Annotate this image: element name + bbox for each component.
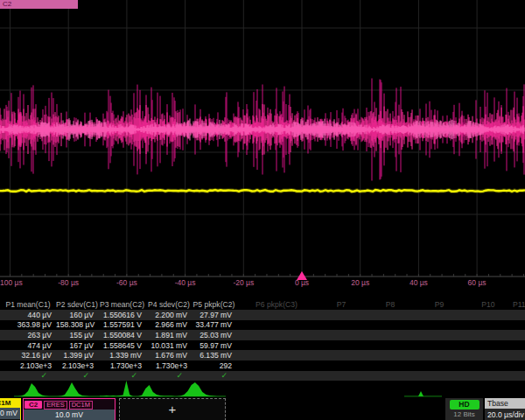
measure-value: 1.891 mV — [146, 331, 192, 340]
histicon[interactable] — [18, 383, 49, 396]
measure-value: 59.97 mV — [192, 341, 236, 350]
measure-column-header[interactable]: P7 — [317, 300, 366, 309]
measure-value: 1.730e+3 — [98, 361, 146, 370]
histicon[interactable] — [138, 385, 175, 396]
measure-column-header[interactable]: P10 — [464, 300, 513, 309]
timebase-descriptor[interactable]: Tbase 20.0 µs/div — [485, 398, 525, 420]
hd-mode-indicator[interactable]: HD 12 Bits — [445, 398, 483, 420]
histicon[interactable] — [418, 391, 424, 396]
x-tick-label: 40 µs — [410, 278, 428, 287]
timebase-scale: 20.0 µs/div — [485, 409, 525, 420]
measure-value: 263 µV — [0, 331, 56, 340]
measure-value: 160 µV — [56, 311, 98, 319]
x-tick-label: 0 µs — [295, 278, 309, 287]
measure-value: 27.97 mV — [192, 311, 236, 319]
x-tick-label: -100 µs — [0, 278, 23, 287]
measure-column-header[interactable]: P4 sdev(C2) — [146, 300, 192, 309]
c1-coupling-badge: DC1M — [0, 399, 20, 408]
plus-icon: + — [169, 402, 177, 416]
measure-column-header[interactable]: P9 — [415, 300, 464, 309]
hd-bits-label: 12 Bits — [445, 410, 483, 418]
measure-value: 474 µV — [0, 341, 56, 350]
measure-value: 10.031 mV — [146, 341, 192, 350]
add-trace-button[interactable]: + — [119, 398, 226, 420]
measure-column-header[interactable]: P2 sdev(C1) — [56, 300, 98, 309]
x-tick-label: -60 µs — [116, 278, 137, 287]
measurement-histicons — [0, 379, 525, 398]
hd-badge: HD — [450, 400, 480, 410]
histicon[interactable] — [100, 381, 133, 396]
c2-coupling-badge: DC1M — [69, 401, 93, 410]
measure-value: 1.557591 V — [98, 320, 146, 329]
measure-column-header[interactable]: P6 pkpk(C3) — [236, 300, 317, 309]
measure-column-header[interactable]: P11 — [513, 300, 525, 309]
measure-value: 440 µV — [0, 311, 56, 319]
x-tick-label: -80 µs — [58, 278, 79, 287]
x-tick-label: 60 µs — [468, 278, 486, 287]
c2-vertical-scale: 10.0 mV — [24, 410, 115, 420]
measure-value: 25.03 mV — [192, 331, 236, 340]
measure-value: 1.550084 V — [98, 331, 146, 340]
measure-value: 1.558645 V — [98, 341, 146, 350]
c2-channel-badge: C2 — [24, 401, 42, 409]
measure-value: 2.966 mV — [146, 320, 192, 329]
measure-value: 6.135 mV — [192, 351, 236, 360]
measure-value: 158.308 µV — [56, 320, 98, 329]
x-tick-label: 20 µs — [351, 278, 369, 287]
measure-value: 155 µV — [56, 331, 98, 340]
measure-table: P1 mean(C1)P2 sdev(C1)P3 mean(C2)P4 sdev… — [0, 298, 525, 381]
waveform-display-area: C2 -100 µs-80 µs-60 µs-40 µs-20 µs0 µs20… — [0, 0, 525, 290]
measure-value: 1.399 µV — [56, 351, 98, 360]
measure-value: 1.730e+3 — [146, 361, 192, 370]
measure-column-header[interactable]: P8 — [366, 300, 415, 309]
histicon[interactable] — [58, 382, 89, 396]
timebase-title: Tbase — [485, 398, 525, 409]
measure-value: 1.550616 V — [98, 311, 146, 319]
measure-value: 2.103e+3 — [56, 361, 98, 370]
measure-value: 292 — [192, 361, 236, 370]
measure-column-header[interactable]: P5 pkpk(C2) — [192, 300, 236, 309]
c2-eres-badge: ERES — [44, 401, 66, 410]
measure-column-header[interactable]: P1 mean(C1) — [0, 300, 56, 309]
measure-column-header[interactable]: P3 mean(C2) — [98, 300, 146, 309]
channel-c1-descriptor[interactable]: DC1M 10.0 mV — [0, 398, 21, 420]
x-tick-label: -20 µs — [233, 278, 254, 287]
measure-value: 363.98 µV — [0, 320, 56, 329]
channel-c2-descriptor[interactable]: C2 ERES DC1M 10.0 mV — [23, 398, 116, 420]
trace-label-badge[interactable]: C2 — [0, 0, 78, 9]
measure-value: 33.477 mV — [192, 320, 236, 329]
c1-vertical-scale: 10.0 mV — [0, 408, 20, 419]
measure-value: 2.200 mV — [146, 311, 192, 319]
oscilloscope-screen: { "top_left_badge": { "text": "C2" }, "g… — [0, 0, 525, 420]
histicon[interactable] — [177, 382, 217, 396]
measure-value: 167 µV — [56, 341, 98, 350]
trace-layer — [0, 79, 525, 192]
measure-value: 1.339 mV — [98, 351, 146, 360]
graticule-and-traces — [0, 0, 525, 290]
measure-value: 32.16 µV — [0, 351, 56, 360]
measure-value: 2.103e+3 — [0, 361, 56, 370]
measure-value: 1.676 mV — [146, 351, 192, 360]
x-tick-label: -40 µs — [175, 278, 196, 287]
